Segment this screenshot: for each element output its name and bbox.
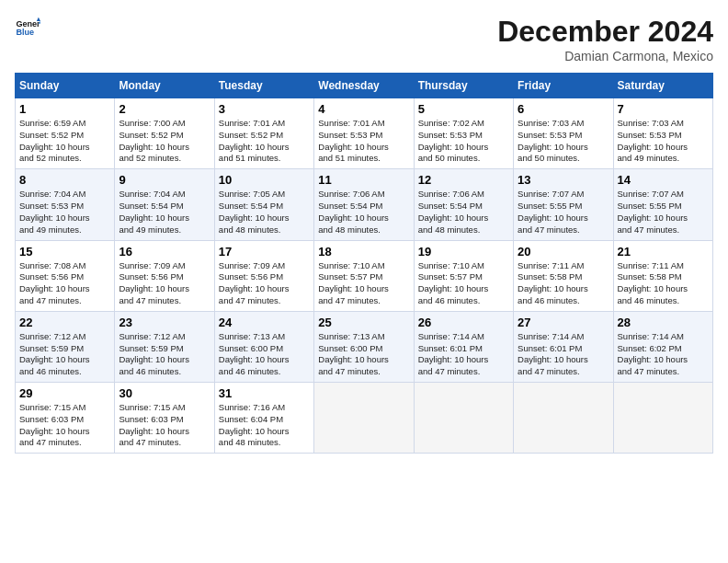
day-info: Sunrise: 7:09 AM Sunset: 5:56 PM Dayligh…: [119, 260, 210, 307]
table-row: 18Sunrise: 7:10 AM Sunset: 5:57 PM Dayli…: [314, 240, 414, 311]
table-row: 10Sunrise: 7:05 AM Sunset: 5:54 PM Dayli…: [214, 169, 313, 240]
table-row: 27Sunrise: 7:14 AM Sunset: 6:01 PM Dayli…: [514, 311, 613, 382]
day-number: 22: [19, 316, 110, 329]
day-number: 16: [119, 245, 210, 259]
table-row: 29Sunrise: 7:15 AM Sunset: 6:03 PM Dayli…: [16, 383, 115, 454]
day-number: 10: [219, 173, 310, 187]
col-thursday: Thursday: [414, 74, 513, 98]
day-info: Sunrise: 7:03 AM Sunset: 5:53 PM Dayligh…: [518, 118, 609, 165]
day-number: 15: [19, 245, 110, 259]
table-row: 4Sunrise: 7:01 AM Sunset: 5:53 PM Daylig…: [314, 98, 414, 169]
day-number: 13: [518, 173, 609, 187]
col-saturday: Saturday: [613, 74, 712, 98]
calendar-table: Sunday Monday Tuesday Wednesday Thursday…: [15, 73, 713, 454]
day-info: Sunrise: 7:10 AM Sunset: 5:57 PM Dayligh…: [318, 260, 409, 307]
day-info: Sunrise: 7:14 AM Sunset: 6:02 PM Dayligh…: [618, 331, 709, 378]
day-info: Sunrise: 7:14 AM Sunset: 6:01 PM Dayligh…: [518, 331, 609, 378]
day-info: Sunrise: 7:11 AM Sunset: 5:58 PM Dayligh…: [618, 260, 709, 307]
day-info: Sunrise: 7:12 AM Sunset: 5:59 PM Dayligh…: [19, 331, 110, 378]
table-row: [514, 383, 613, 454]
calendar-row: 8Sunrise: 7:04 AM Sunset: 5:53 PM Daylig…: [16, 169, 713, 240]
table-row: 1Sunrise: 6:59 AM Sunset: 5:52 PM Daylig…: [16, 98, 115, 169]
day-number: 29: [19, 386, 110, 400]
day-info: Sunrise: 7:07 AM Sunset: 5:55 PM Dayligh…: [618, 189, 709, 236]
table-row: 28Sunrise: 7:14 AM Sunset: 6:02 PM Dayli…: [613, 311, 712, 382]
day-number: 30: [119, 386, 210, 400]
day-info: Sunrise: 7:07 AM Sunset: 5:55 PM Dayligh…: [518, 189, 609, 236]
title-area: December 2024 Damian Carmona, Mexico: [497, 15, 713, 63]
table-row: [414, 383, 513, 454]
table-row: 9Sunrise: 7:04 AM Sunset: 5:54 PM Daylig…: [115, 169, 214, 240]
table-row: 2Sunrise: 7:00 AM Sunset: 5:52 PM Daylig…: [115, 98, 214, 169]
header: General Blue December 2024 Damian Carmon…: [15, 15, 713, 63]
table-row: 21Sunrise: 7:11 AM Sunset: 5:58 PM Dayli…: [613, 240, 712, 311]
table-row: 26Sunrise: 7:14 AM Sunset: 6:01 PM Dayli…: [414, 311, 513, 382]
table-row: 13Sunrise: 7:07 AM Sunset: 5:55 PM Dayli…: [514, 169, 613, 240]
day-info: Sunrise: 7:10 AM Sunset: 5:57 PM Dayligh…: [418, 260, 509, 307]
day-number: 9: [119, 173, 210, 187]
table-row: 23Sunrise: 7:12 AM Sunset: 5:59 PM Dayli…: [115, 311, 214, 382]
calendar-title: December 2024: [497, 15, 713, 49]
svg-text:Blue: Blue: [16, 28, 34, 37]
day-number: 27: [518, 316, 609, 329]
table-row: 3Sunrise: 7:01 AM Sunset: 5:52 PM Daylig…: [214, 98, 313, 169]
table-row: 6Sunrise: 7:03 AM Sunset: 5:53 PM Daylig…: [514, 98, 613, 169]
day-info: Sunrise: 7:06 AM Sunset: 5:54 PM Dayligh…: [418, 189, 509, 236]
day-number: 21: [618, 245, 709, 259]
day-info: Sunrise: 7:15 AM Sunset: 6:03 PM Dayligh…: [119, 402, 210, 449]
day-number: 6: [518, 102, 609, 116]
day-number: 12: [418, 173, 509, 187]
day-number: 23: [119, 316, 210, 329]
day-info: Sunrise: 7:01 AM Sunset: 5:52 PM Dayligh…: [219, 118, 310, 165]
day-number: 19: [418, 245, 509, 259]
day-info: Sunrise: 7:14 AM Sunset: 6:01 PM Dayligh…: [418, 331, 509, 378]
day-info: Sunrise: 7:13 AM Sunset: 6:00 PM Dayligh…: [318, 331, 409, 378]
table-row: 5Sunrise: 7:02 AM Sunset: 5:53 PM Daylig…: [414, 98, 513, 169]
day-info: Sunrise: 7:00 AM Sunset: 5:52 PM Dayligh…: [119, 118, 210, 165]
day-number: 31: [219, 386, 310, 400]
day-number: 2: [119, 102, 210, 116]
day-info: Sunrise: 7:06 AM Sunset: 5:54 PM Dayligh…: [318, 189, 409, 236]
day-number: 3: [219, 102, 310, 116]
day-info: Sunrise: 7:16 AM Sunset: 6:04 PM Dayligh…: [219, 402, 310, 449]
table-row: 15Sunrise: 7:08 AM Sunset: 5:56 PM Dayli…: [16, 240, 115, 311]
day-number: 8: [19, 173, 110, 187]
day-info: Sunrise: 7:04 AM Sunset: 5:53 PM Dayligh…: [19, 189, 110, 236]
day-info: Sunrise: 7:11 AM Sunset: 5:58 PM Dayligh…: [518, 260, 609, 307]
logo-icon: General Blue: [15, 15, 40, 40]
day-number: 20: [518, 245, 609, 259]
day-info: Sunrise: 6:59 AM Sunset: 5:52 PM Dayligh…: [19, 118, 110, 165]
day-info: Sunrise: 7:02 AM Sunset: 5:53 PM Dayligh…: [418, 118, 509, 165]
day-number: 28: [618, 316, 709, 329]
calendar-row: 1Sunrise: 6:59 AM Sunset: 5:52 PM Daylig…: [16, 98, 713, 169]
calendar-row: 29Sunrise: 7:15 AM Sunset: 6:03 PM Dayli…: [16, 383, 713, 454]
day-info: Sunrise: 7:13 AM Sunset: 6:00 PM Dayligh…: [219, 331, 310, 378]
col-tuesday: Tuesday: [214, 74, 313, 98]
col-wednesday: Wednesday: [314, 74, 414, 98]
logo: General Blue: [15, 15, 40, 40]
day-info: Sunrise: 7:12 AM Sunset: 5:59 PM Dayligh…: [119, 331, 210, 378]
table-row: 14Sunrise: 7:07 AM Sunset: 5:55 PM Dayli…: [613, 169, 712, 240]
day-info: Sunrise: 7:03 AM Sunset: 5:53 PM Dayligh…: [618, 118, 709, 165]
table-row: [314, 383, 414, 454]
table-row: 8Sunrise: 7:04 AM Sunset: 5:53 PM Daylig…: [16, 169, 115, 240]
day-number: 18: [318, 245, 409, 259]
table-row: 7Sunrise: 7:03 AM Sunset: 5:53 PM Daylig…: [613, 98, 712, 169]
day-number: 17: [219, 245, 310, 259]
calendar-body: 1Sunrise: 6:59 AM Sunset: 5:52 PM Daylig…: [16, 98, 713, 454]
calendar-row: 15Sunrise: 7:08 AM Sunset: 5:56 PM Dayli…: [16, 240, 713, 311]
day-info: Sunrise: 7:09 AM Sunset: 5:56 PM Dayligh…: [219, 260, 310, 307]
day-number: 11: [318, 173, 409, 187]
table-row: 22Sunrise: 7:12 AM Sunset: 5:59 PM Dayli…: [16, 311, 115, 382]
table-row: 11Sunrise: 7:06 AM Sunset: 5:54 PM Dayli…: [314, 169, 414, 240]
table-row: 20Sunrise: 7:11 AM Sunset: 5:58 PM Dayli…: [514, 240, 613, 311]
day-number: 26: [418, 316, 509, 329]
day-number: 7: [618, 102, 709, 116]
table-row: 17Sunrise: 7:09 AM Sunset: 5:56 PM Dayli…: [214, 240, 313, 311]
day-number: 25: [318, 316, 409, 329]
day-info: Sunrise: 7:01 AM Sunset: 5:53 PM Dayligh…: [318, 118, 409, 165]
table-row: [613, 383, 712, 454]
table-row: 30Sunrise: 7:15 AM Sunset: 6:03 PM Dayli…: [115, 383, 214, 454]
day-info: Sunrise: 7:05 AM Sunset: 5:54 PM Dayligh…: [219, 189, 310, 236]
table-row: 24Sunrise: 7:13 AM Sunset: 6:00 PM Dayli…: [214, 311, 313, 382]
